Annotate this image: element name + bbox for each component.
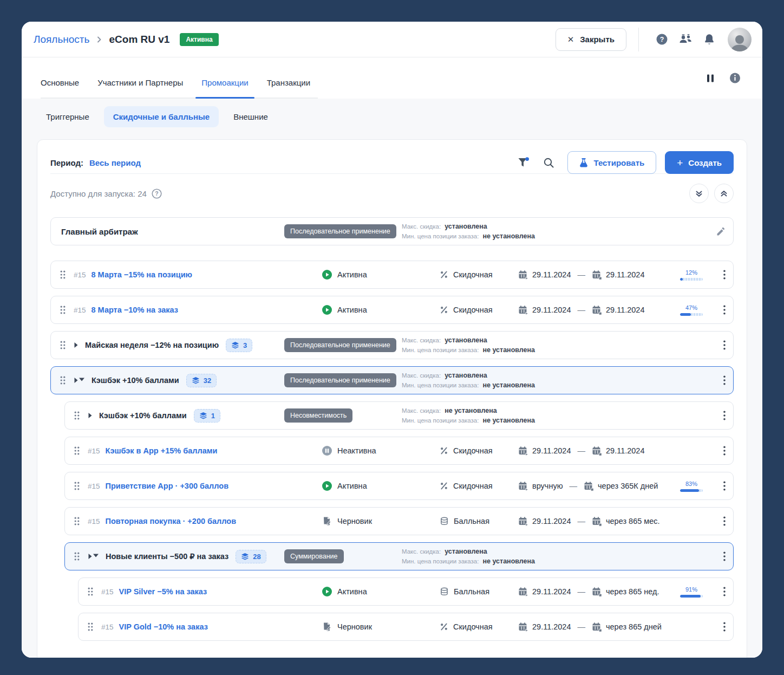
promo-row[interactable]: #15 8 Марта −10% на заказ Активна Скидоч… [50, 296, 734, 324]
promo-title-link[interactable]: Приветствие App · +300 баллов [106, 482, 229, 490]
edit-arbitrage-button[interactable] [710, 227, 726, 236]
expand-toggle[interactable] [88, 553, 99, 560]
promo-id: #15 [101, 623, 114, 631]
drag-handle-icon[interactable] [88, 587, 93, 596]
create-button[interactable]: + Создать [665, 151, 734, 174]
drag-handle-icon[interactable] [74, 411, 80, 420]
filter-icon[interactable] [513, 152, 534, 173]
children-count-badge[interactable]: 28 [236, 550, 266, 563]
group-row[interactable]: Кэшбэк +10% баллами 1 Несовместимость Ма… [64, 401, 734, 430]
row-menu-button[interactable] [710, 551, 726, 561]
subtab-3[interactable]: Внешние [224, 106, 277, 127]
row-menu-button[interactable] [710, 340, 726, 350]
promo-row[interactable]: #15 Повторная покупка · +200 баллов Черн… [64, 507, 734, 535]
expand-toggle[interactable] [88, 412, 93, 419]
chevron-right-icon [88, 553, 93, 560]
row-menu-button[interactable] [710, 305, 726, 315]
close-button[interactable]: ✕ Закрыть [556, 28, 626, 51]
search-icon[interactable] [538, 152, 559, 173]
group-row[interactable]: Майская неделя −12% на позицию 3 Последо… [50, 331, 734, 359]
type-label: Скидочная [453, 622, 493, 631]
flask-icon [579, 158, 588, 167]
promo-title-link[interactable]: VIP Silver −5% на заказ [119, 587, 207, 596]
min-price-label: Мин. цена позиции заказа: [402, 417, 479, 424]
expand-toggle[interactable] [74, 377, 85, 384]
children-count-badge[interactable]: 32 [186, 374, 217, 387]
group-row[interactable]: Кэшбэк +10% баллами 32 Последовательное … [50, 366, 734, 394]
calendar-end-icon [592, 305, 602, 315]
drag-handle-icon[interactable] [74, 517, 80, 525]
group-row[interactable]: Новые клиенты −500 ₽ на заказ 28 Суммиро… [64, 542, 734, 570]
promo-title-link[interactable]: Повторная покупка · +200 баллов [106, 517, 237, 525]
avatar[interactable] [728, 28, 752, 51]
row-menu-button[interactable] [710, 411, 726, 420]
main-tabs-row: ОсновныеУчастники и ПартнерыПромоакцииТр… [22, 57, 762, 99]
promo-row[interactable]: #15 Кэшбэк в App +15% баллами Неактивна … [64, 437, 734, 465]
promo-title-link[interactable]: 8 Марта −10% на заказ [92, 306, 178, 314]
row-menu-button[interactable] [710, 270, 726, 280]
period-value-link[interactable]: Весь период [89, 158, 141, 167]
date-range-dash: — [578, 270, 586, 279]
calendar-end-icon [592, 270, 602, 280]
notifications-bell-icon[interactable] [697, 30, 721, 49]
promo-row[interactable]: #15 VIP Gold −10% на заказ Черновик Скид… [78, 613, 734, 641]
drag-handle-icon[interactable] [60, 270, 66, 279]
subtab-1[interactable]: Триггерные [37, 106, 99, 127]
breadcrumb-loyalty-link[interactable]: Лояльность [34, 34, 89, 46]
promo-row[interactable]: #15 8 Марта −15% на позицию Активна Скид… [50, 261, 734, 289]
main-tab-3[interactable]: Промоакции [201, 78, 248, 98]
test-button[interactable]: Тестировать [567, 151, 656, 174]
promo-row[interactable]: #15 Приветствие App · +300 баллов Активн… [64, 472, 734, 500]
row-menu-button[interactable] [710, 375, 726, 385]
type-cell: Скидочная [440, 306, 518, 314]
row-menu-button[interactable] [710, 446, 726, 456]
drag-handle-icon[interactable] [88, 622, 93, 631]
row-menu-button[interactable] [710, 622, 726, 632]
collapse-all-button[interactable] [714, 184, 734, 203]
breadcrumb: Лояльность eCom RU v1 Активна [34, 33, 219, 46]
chevron-right-icon [88, 412, 93, 419]
status-label: Черновик [337, 622, 372, 631]
row-menu-button[interactable] [710, 587, 726, 596]
row-menu-button[interactable] [710, 516, 726, 526]
main-tab-4[interactable]: Транзакции [267, 78, 310, 98]
calendar-start-icon [518, 481, 528, 491]
promo-title-link[interactable]: VIP Gold −10% на заказ [119, 622, 208, 631]
promo-title-link[interactable]: 8 Марта −15% на позицию [92, 270, 192, 279]
question-icon[interactable]: ? [152, 189, 162, 199]
promo-title-link[interactable]: Кэшбэк в App +15% баллами [106, 446, 218, 455]
promo-subtabs: ТриггерныеСкидочные и балльныеВнешние [37, 106, 747, 127]
min-price-value: не установлена [482, 381, 535, 389]
promo-row[interactable]: #15 VIP Silver −5% на заказ Активна Балл… [78, 577, 734, 606]
main-tab-2[interactable]: Участники и Партнеры [97, 78, 183, 98]
status-active-icon [322, 305, 332, 315]
min-price-label: Мин. цена позиции заказа: [402, 382, 479, 388]
main-tab-1[interactable]: Основные [41, 78, 79, 98]
expand-toggle[interactable] [74, 342, 79, 348]
promo-id: #15 [88, 517, 100, 525]
calendar-end-icon [584, 481, 594, 491]
drag-handle-icon[interactable] [60, 341, 66, 349]
pause-program-icon[interactable] [707, 74, 714, 82]
arbitrage-row[interactable]: Главный арбитраж Последовательное примен… [50, 217, 734, 245]
subtab-2[interactable]: Скидочные и балльные [104, 106, 219, 127]
expand-all-button[interactable] [689, 184, 709, 203]
svg-text:?: ? [659, 36, 664, 43]
layers-icon [199, 412, 207, 420]
children-count-badge[interactable]: 1 [194, 409, 220, 423]
drag-handle-icon[interactable] [60, 376, 66, 385]
chevron-down-icon [79, 377, 85, 384]
help-icon[interactable]: ? [650, 30, 674, 49]
team-icon[interactable] [674, 30, 697, 49]
max-discount-label: Макс. скидка: [402, 548, 441, 555]
row-menu-button[interactable] [710, 481, 726, 491]
drag-handle-icon[interactable] [74, 552, 80, 561]
discount-type-icon [440, 482, 448, 490]
info-icon[interactable] [729, 73, 741, 84]
drag-handle-icon[interactable] [74, 446, 80, 455]
mode-badge: Последовательное применение [284, 338, 396, 352]
drag-handle-icon[interactable] [60, 306, 66, 314]
drag-handle-icon[interactable] [74, 482, 80, 490]
children-count-badge[interactable]: 3 [226, 339, 252, 352]
max-discount-label: Макс. скидка: [402, 372, 441, 379]
